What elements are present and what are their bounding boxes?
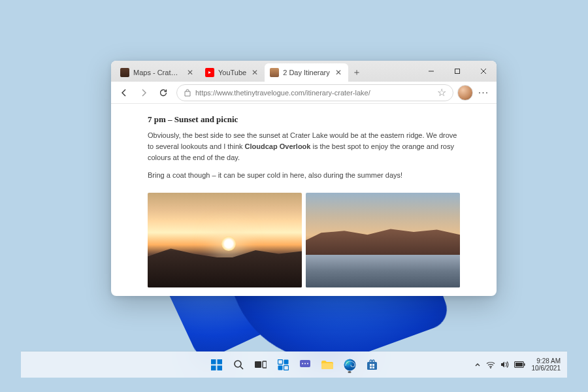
desktop: Maps - Crater Lake ✕ YouTube ✕ 2 Day Iti… [0, 0, 588, 392]
photo-gallery [148, 193, 460, 287]
svg-rect-15 [284, 365, 288, 370]
clock[interactable]: 9:28 AM 10/6/2021 [532, 357, 561, 372]
chevron-up-icon[interactable] [474, 361, 481, 368]
svg-rect-29 [515, 363, 523, 367]
start-button[interactable] [207, 355, 225, 374]
svg-rect-25 [370, 367, 372, 368]
hiker-icon [270, 68, 279, 77]
taskbar-center [207, 355, 381, 374]
new-tab-button[interactable]: ＋ [348, 63, 365, 82]
article-heading: 7 pm – Sunset and picnic [148, 113, 460, 126]
address-bar[interactable]: ☆ [176, 84, 453, 101]
file-explorer-button[interactable] [318, 355, 336, 374]
svg-point-19 [307, 363, 308, 365]
task-view-button[interactable] [252, 355, 270, 374]
svg-rect-23 [370, 364, 372, 366]
tab-label: 2 Day Itinerary [283, 69, 330, 76]
close-tab-button[interactable]: ✕ [186, 68, 195, 77]
tab-maps[interactable]: Maps - Crater Lake ✕ [115, 63, 200, 82]
svg-point-17 [302, 363, 303, 365]
svg-point-8 [235, 361, 241, 367]
taskbar-right: 9:28 AM 10/6/2021 [474, 357, 561, 372]
tab-youtube[interactable]: YouTube ✕ [200, 63, 265, 82]
svg-rect-4 [211, 359, 216, 365]
profile-avatar[interactable] [457, 85, 473, 101]
taskbar: 9:28 AM 10/6/2021 [21, 351, 567, 378]
volume-icon[interactable] [500, 361, 509, 368]
wifi-icon[interactable] [486, 361, 495, 368]
maximize-button[interactable] [444, 61, 470, 82]
minimize-button[interactable] [418, 61, 444, 82]
widgets-button[interactable] [274, 355, 292, 374]
svg-rect-10 [255, 361, 261, 368]
close-tab-button[interactable]: ✕ [250, 68, 259, 77]
svg-rect-1 [455, 69, 460, 74]
svg-rect-22 [367, 362, 377, 370]
nps-icon [120, 68, 129, 77]
chat-button[interactable] [296, 355, 314, 374]
sunset-photo-2 [306, 193, 460, 287]
titlebar[interactable]: Maps - Crater Lake ✕ YouTube ✕ 2 Day Iti… [111, 61, 497, 82]
svg-rect-14 [278, 365, 282, 370]
date-label: 10/6/2021 [532, 365, 561, 372]
system-tray[interactable] [474, 361, 525, 368]
svg-rect-11 [263, 361, 267, 368]
svg-rect-13 [284, 359, 288, 364]
svg-rect-6 [211, 365, 216, 370]
svg-rect-20 [321, 363, 333, 369]
edge-button[interactable] [340, 355, 359, 374]
refresh-button[interactable] [154, 84, 172, 102]
svg-line-9 [240, 367, 243, 369]
forward-button[interactable] [135, 84, 153, 102]
back-button[interactable] [115, 84, 133, 102]
window-controls [418, 61, 497, 82]
svg-rect-24 [372, 364, 374, 366]
svg-rect-5 [217, 359, 222, 365]
svg-rect-12 [278, 359, 282, 364]
tab-strip: Maps - Crater Lake ✕ YouTube ✕ 2 Day Iti… [111, 61, 418, 82]
youtube-icon [205, 68, 214, 77]
svg-rect-30 [524, 363, 525, 366]
page-content[interactable]: 7 pm – Sunset and picnic Obviously, the … [111, 104, 497, 296]
close-tab-button[interactable]: ✕ [334, 68, 343, 77]
sunset-photo-1 [148, 193, 302, 287]
close-window-button[interactable] [470, 61, 497, 82]
favorite-icon[interactable]: ☆ [437, 86, 446, 99]
article-paragraph: Bring a coat though – it can be super co… [148, 170, 460, 181]
more-menu-button[interactable]: ··· [474, 84, 493, 102]
browser-window: Maps - Crater Lake ✕ YouTube ✕ 2 Day Iti… [111, 61, 497, 296]
svg-point-18 [304, 363, 306, 365]
battery-icon[interactable] [514, 361, 525, 368]
toolbar: ☆ ··· [111, 82, 497, 104]
tab-label: YouTube [218, 69, 246, 76]
svg-rect-7 [217, 365, 222, 370]
store-button[interactable] [363, 355, 381, 374]
tab-label: Maps - Crater Lake [133, 69, 182, 76]
article-paragraph: Obviously, the best side to see the suns… [148, 130, 460, 163]
search-button[interactable] [229, 355, 248, 374]
url-input[interactable] [195, 89, 433, 97]
tab-itinerary[interactable]: 2 Day Itinerary ✕ [265, 63, 348, 82]
svg-rect-26 [372, 367, 374, 368]
time-label: 9:28 AM [532, 357, 561, 365]
svg-point-27 [490, 367, 491, 368]
site-info-icon[interactable] [184, 89, 191, 97]
